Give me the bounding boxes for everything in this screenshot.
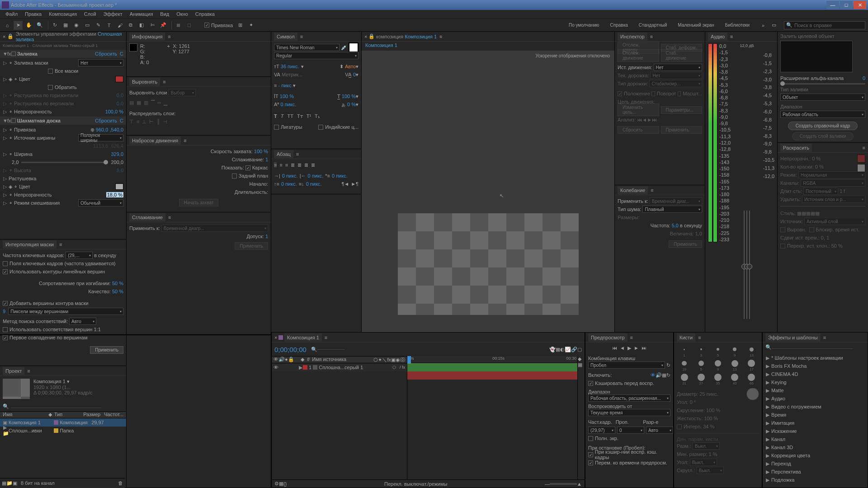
justify-right-button[interactable]: ≣ [304, 162, 308, 168]
snap-opts2-icon[interactable]: ✦ [246, 21, 255, 30]
brushes-tab[interactable]: Кисти [677, 333, 695, 342]
menu-файл[interactable]: Файл [2, 10, 21, 19]
superscript-button[interactable]: T¹ [307, 113, 311, 119]
preset-folder[interactable]: ▶ Время [765, 411, 865, 419]
preset-folder[interactable]: ▶ * Шаблоны настроек анимации [765, 354, 865, 362]
marker-icon[interactable]: ▢ [577, 347, 582, 352]
brush-preset[interactable]: 5 [693, 359, 708, 371]
align-left-button[interactable]: ≡ [274, 162, 277, 168]
menubar[interactable]: ФайлПравкаКомпозицияСлойЭффектАнимацияВи… [0, 10, 868, 19]
preset-folder[interactable]: ▶ Переход [765, 460, 865, 468]
panel-menu-icon[interactable]: ≡ [651, 188, 653, 193]
minimize-button[interactable]: — [826, 1, 839, 9]
alpha-expand-value[interactable]: 0 [863, 75, 865, 81]
twirl-icon[interactable]: ▶ [765, 404, 770, 410]
align-right-button[interactable]: ≡ [285, 162, 288, 168]
color-swatch[interactable] [115, 183, 123, 190]
twirl-icon[interactable]: ▶ [765, 371, 770, 377]
twirl-icon[interactable]: ▶ [765, 477, 770, 483]
marker-bin-icon[interactable]: ◆ [578, 356, 581, 361]
bend-value[interactable]: 50 % [112, 281, 123, 286]
close-tab-icon[interactable]: × [3, 34, 5, 39]
frequency-value[interactable]: 5,0 [672, 223, 679, 228]
twirl-icon[interactable]: ▶ [765, 396, 770, 402]
panel-menu-icon[interactable]: ≡ [823, 335, 826, 340]
menu-композиция[interactable]: Композиция [45, 10, 80, 19]
panel-menu-icon[interactable]: ≡ [163, 79, 165, 84]
ref-frame-button[interactable]: Создать справочный кадр [788, 122, 858, 130]
panel-menu-icon[interactable]: ≡ [630, 335, 633, 340]
layer-label-icon[interactable] [303, 365, 307, 370]
preset-folder[interactable]: ▶ Коррекция цвета [765, 451, 865, 460]
shortcut-dropdown[interactable]: Пробел [588, 361, 665, 369]
reset-link[interactable]: Сбросить [95, 51, 117, 56]
preview-range-dropdown[interactable]: Рабочая область, расширенная... [588, 394, 670, 402]
first-frame-icon[interactable]: ⏮ [612, 345, 617, 351]
twirl-icon[interactable]: ▶ [765, 436, 770, 442]
prop-checkbox[interactable] [48, 69, 53, 74]
panel-menu-icon[interactable]: ≡ [650, 34, 653, 39]
twirl-icon[interactable]: ▷ [3, 168, 7, 174]
cache-checkbox[interactable] [588, 381, 593, 386]
brush-preset[interactable]: 27 [693, 373, 708, 385]
preset-folder[interactable]: ▶ Keying [765, 378, 865, 386]
prop-value[interactable]: 960,0 ,540,0 [96, 127, 123, 132]
puppet-tool-icon[interactable]: 📌 [159, 21, 168, 30]
brush-preset[interactable]: 65 [744, 373, 759, 385]
overlay-toggle-icon[interactable]: ▦ [662, 372, 666, 378]
justify-left-button[interactable]: ≣ [291, 162, 295, 168]
fx-enable-icon[interactable] [11, 118, 16, 123]
twirl-icon[interactable]: ▷ [3, 176, 7, 182]
brush-preset[interactable]: 21 [677, 373, 692, 385]
background-checkbox[interactable] [232, 174, 237, 178]
twirl-icon[interactable]: ▷ [3, 101, 7, 107]
comp-mini-tab[interactable]: композиция Композиция 1 [376, 34, 437, 39]
match11-checkbox[interactable] [3, 327, 8, 332]
preset-folder[interactable]: ▶ Искажение [765, 427, 865, 435]
prop-dropdown[interactable]: Ползунок ширины [78, 134, 123, 141]
vscale-value[interactable]: 100 % [280, 94, 294, 99]
linear-vtx-checkbox[interactable] [3, 269, 8, 274]
playhead-icon[interactable] [407, 356, 411, 363]
audio-slider-right[interactable] [749, 211, 750, 319]
smooth-value[interactable]: 1 [265, 157, 268, 162]
twirl-icon[interactable]: ▶ [765, 380, 770, 385]
menu-вид[interactable]: Вид [156, 10, 173, 19]
hscale-value[interactable]: 100 % [342, 94, 356, 99]
twirl-icon[interactable]: ▶ [765, 412, 770, 418]
match-dropdown[interactable]: Авто [69, 318, 96, 325]
tracker-tab[interactable]: Инспектор [618, 33, 647, 41]
twirl-icon[interactable]: ▷ [3, 109, 7, 115]
dd-icon[interactable]: ▾ [293, 83, 296, 89]
indent-right-value[interactable]: 0 пикс. [308, 173, 324, 178]
audio-tab[interactable]: Аудио [708, 33, 727, 41]
layout-new-icon[interactable]: ▭ [769, 21, 778, 30]
space-before-value[interactable]: 0 пикс. [281, 181, 297, 187]
lock-icon[interactable]: 🔒 [368, 33, 375, 39]
dblfields-checkbox[interactable] [3, 261, 8, 266]
fx-name[interactable]: Заливка [17, 51, 38, 56]
quality-value[interactable]: 50 % [112, 289, 123, 294]
panel-menu-icon[interactable]: ≡ [863, 145, 865, 150]
move-time-checkbox[interactable] [588, 460, 593, 465]
tolerance-value[interactable]: 1 [265, 234, 268, 239]
help-link[interactable]: С [120, 118, 123, 123]
preset-folder[interactable]: ▶ Канал [765, 435, 865, 443]
layout-По умолчанию[interactable]: По умолчанию [563, 23, 605, 28]
menu-анимация[interactable]: Анимация [126, 10, 157, 19]
prop-dropdown[interactable]: Нет [78, 59, 123, 66]
effect-controls-header[interactable]: × 🔒 Элементы управления эффектами Сплошн… [0, 32, 126, 42]
font-dropdown[interactable]: Times New Roman [274, 44, 340, 51]
layout-Библиотеки[interactable]: Библиотеки [720, 23, 755, 28]
twirl-icon[interactable]: ▶ [765, 461, 770, 467]
brush-preset[interactable]: 19 [677, 359, 692, 371]
twirl-icon[interactable]: ▼ [3, 118, 7, 123]
text-color-swatch[interactable] [349, 42, 359, 52]
smallcaps-button[interactable]: Tᴛ [297, 113, 303, 119]
panel-menu-icon[interactable]: ≡ [300, 34, 303, 39]
tl-col-num[interactable]: # [307, 357, 310, 363]
toggle-switches-icon[interactable]: ⚙ [274, 481, 279, 487]
twirl-icon[interactable]: ▶ [765, 445, 770, 450]
layout-Справка[interactable]: Справка [605, 23, 633, 28]
twirl-icon[interactable]: ▶ [765, 363, 770, 369]
